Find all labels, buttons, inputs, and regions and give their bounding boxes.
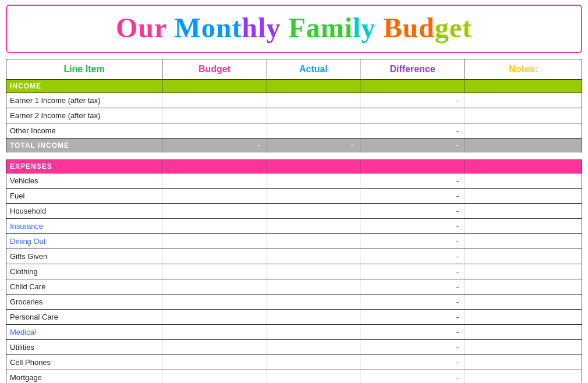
total-income-label: TOTAL INCOME <box>6 139 162 153</box>
income-actual-3[interactable] <box>267 123 360 138</box>
expense-notes-11[interactable] <box>465 325 582 339</box>
expense-item-5: Dining Out <box>6 234 162 249</box>
title-box: Our Monthly Family Budget <box>6 5 582 53</box>
expense-budget-9[interactable] <box>162 295 267 309</box>
expense-diff-3: - <box>360 204 465 218</box>
expense-budget-3[interactable] <box>162 204 267 218</box>
expense-item-3: Household <box>6 204 162 218</box>
income-diff-2 <box>360 108 465 123</box>
expense-rows-container: Vehicles - Fuel - Household - Insurance … <box>6 173 582 383</box>
title-family: Fami <box>288 12 353 43</box>
expense-diff-5: - <box>360 234 465 249</box>
income-budget-2[interactable] <box>162 108 267 123</box>
expense-actual-12[interactable] <box>267 340 360 354</box>
expense-diff-10: - <box>360 310 465 324</box>
income-row-3: Other Income - <box>6 123 582 138</box>
expenses-header-actual <box>267 160 360 173</box>
expense-budget-7[interactable] <box>162 264 267 279</box>
income-row-2: Earner 2 Income (after tax) <box>6 108 582 123</box>
expense-actual-6[interactable] <box>267 249 360 264</box>
expense-budget-2[interactable] <box>162 189 267 203</box>
spacer <box>6 153 582 159</box>
expense-budget-11[interactable] <box>162 325 267 339</box>
income-budget-1[interactable] <box>162 93 267 108</box>
header-actual: Actual <box>267 59 360 79</box>
title-monthly: Mont <box>174 12 242 43</box>
expense-actual-10[interactable] <box>267 310 360 324</box>
expense-notes-6[interactable] <box>465 249 582 264</box>
income-budget-3[interactable] <box>162 123 267 138</box>
header-notes: Notes: <box>465 59 582 79</box>
expense-diff-14: - <box>360 370 465 383</box>
expense-item-7: Clothing <box>6 264 162 279</box>
income-actual-2[interactable] <box>267 108 360 123</box>
expense-notes-14[interactable] <box>465 370 582 383</box>
expense-budget-6[interactable] <box>162 249 267 264</box>
expense-item-2: Fuel <box>6 189 162 203</box>
income-item-3: Other Income <box>6 123 162 138</box>
expense-actual-8[interactable] <box>267 279 360 294</box>
income-notes-1[interactable] <box>465 93 582 108</box>
expense-notes-12[interactable] <box>465 340 582 354</box>
expense-notes-8[interactable] <box>465 279 582 294</box>
expense-diff-8: - <box>360 279 465 294</box>
income-item-1: Earner 1 Income (after tax) <box>6 93 162 108</box>
expense-actual-2[interactable] <box>267 189 360 203</box>
expense-notes-3[interactable] <box>465 204 582 218</box>
expense-item-14: Mortgage <box>6 370 162 383</box>
expense-notes-13[interactable] <box>465 355 582 370</box>
income-label: INCOME <box>6 80 162 93</box>
expense-notes-9[interactable] <box>465 295 582 309</box>
title-monthly2: hly <box>242 12 281 43</box>
expense-budget-4[interactable] <box>162 219 267 233</box>
expense-notes-4[interactable] <box>465 219 582 233</box>
income-section-header: INCOME <box>6 79 582 93</box>
income-header-actual <box>267 80 360 93</box>
expense-row-5: Dining Out - <box>6 233 582 249</box>
income-notes-2[interactable] <box>465 108 582 123</box>
expense-row-13: Cell Phones - <box>6 354 582 370</box>
expense-notes-2[interactable] <box>465 189 582 203</box>
expense-notes-7[interactable] <box>465 264 582 279</box>
expense-actual-1[interactable] <box>267 173 360 188</box>
expense-row-14: Mortgage - <box>6 370 582 383</box>
income-notes-3[interactable] <box>465 123 582 138</box>
total-income-row: TOTAL INCOME - - - <box>6 138 582 153</box>
title-budget2: get <box>435 12 472 43</box>
expense-diff-4: - <box>360 219 465 233</box>
expense-budget-13[interactable] <box>162 355 267 370</box>
expense-budget-1[interactable] <box>162 173 267 188</box>
total-income-budget: - <box>162 139 267 153</box>
expense-notes-10[interactable] <box>465 310 582 324</box>
expense-notes-1[interactable] <box>465 173 582 188</box>
expense-actual-5[interactable] <box>267 234 360 249</box>
expense-actual-11[interactable] <box>267 325 360 339</box>
expenses-header-difference <box>360 160 465 173</box>
income-actual-1[interactable] <box>267 93 360 108</box>
expense-budget-8[interactable] <box>162 279 267 294</box>
expense-actual-13[interactable] <box>267 355 360 370</box>
title-our: Our <box>116 12 174 43</box>
expense-budget-12[interactable] <box>162 340 267 354</box>
header-line-item: Line Item <box>6 59 162 79</box>
expense-actual-4[interactable] <box>267 219 360 233</box>
expense-row-9: Groceries - <box>6 294 582 309</box>
expense-actual-3[interactable] <box>267 204 360 218</box>
expense-budget-5[interactable] <box>162 234 267 249</box>
expense-budget-14[interactable] <box>162 370 267 383</box>
income-header-budget <box>162 80 267 93</box>
expense-actual-14[interactable] <box>267 370 360 383</box>
income-header-notes <box>465 80 582 93</box>
expense-actual-9[interactable] <box>267 295 360 309</box>
expense-item-8: Child Care <box>6 279 162 294</box>
total-income-notes <box>465 139 582 153</box>
expense-diff-11: - <box>360 325 465 339</box>
expense-notes-5[interactable] <box>465 234 582 249</box>
expense-budget-10[interactable] <box>162 310 267 324</box>
expense-actual-7[interactable] <box>267 264 360 279</box>
expense-item-6: Gifts Given <box>6 249 162 264</box>
income-row-1: Earner 1 Income (after tax) - <box>6 93 582 108</box>
income-item-2: Earner 2 Income (after tax) <box>6 108 162 123</box>
expense-diff-9: - <box>360 295 465 309</box>
total-income-difference: - <box>360 139 465 153</box>
